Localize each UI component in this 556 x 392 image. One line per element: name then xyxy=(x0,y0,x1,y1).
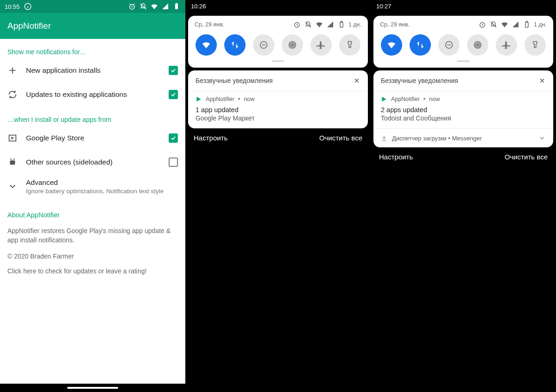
shade-configure-button[interactable]: Настроить xyxy=(194,134,227,142)
svg-point-53 xyxy=(477,44,479,46)
pref-label: Other sources (sideloaded) xyxy=(26,158,169,166)
app-folder[interactable] xyxy=(335,196,360,221)
calendar-widget[interactable]: 31 ПТ xyxy=(196,161,219,184)
notification-collapsed[interactable]: Диспетчер загрузки • Messenger xyxy=(373,128,553,147)
app-folder[interactable]: Система xyxy=(521,250,546,275)
qs-airplane-tile[interactable] xyxy=(496,34,517,56)
more-vert-icon[interactable] xyxy=(312,198,321,206)
pref-play-store[interactable]: Google Play Store xyxy=(7,126,178,150)
notification[interactable]: AppNotifier • now 1 app updated Google P… xyxy=(188,91,368,128)
qs-date[interactable]: Ср, 29 янв. xyxy=(380,21,410,28)
info-icon xyxy=(24,2,32,11)
checkbox-circle-icon[interactable] xyxy=(201,257,209,265)
notification[interactable]: AppNotifier • now 2 apps updated Todoist… xyxy=(373,91,553,128)
todo-item[interactable]: Почистить собаке зубы ⟳ Нотка xyxy=(381,225,512,251)
pref-advanced[interactable]: Advanced Ignore battery optimizations, N… xyxy=(7,174,178,198)
alarm-icon[interactable] xyxy=(293,20,301,29)
shade-clear-all-button[interactable]: Очистить все xyxy=(319,134,362,142)
app-folder[interactable] xyxy=(287,337,311,361)
app-folder[interactable] xyxy=(245,337,269,361)
alarm-icon xyxy=(128,2,136,11)
signal-icon xyxy=(512,20,520,29)
chevron-down-icon[interactable] xyxy=(538,134,546,142)
checkbox-circle-icon[interactable] xyxy=(201,231,209,240)
qs-flashlight-tile[interactable] xyxy=(524,34,546,56)
svg-rect-50 xyxy=(526,21,527,22)
checkbox-circle-icon[interactable] xyxy=(386,257,395,265)
checkbox-checked[interactable] xyxy=(169,133,178,143)
shade-configure-button[interactable]: Настроить xyxy=(379,153,413,161)
svg-point-44 xyxy=(536,373,538,375)
app-folder[interactable] xyxy=(521,196,546,221)
todo-item[interactable]: Почистить собаке зубы ⟳ Нотка xyxy=(196,225,326,251)
qs-hotspot-tile[interactable] xyxy=(467,34,488,56)
app-folder[interactable] xyxy=(329,337,353,361)
battery-icon xyxy=(337,20,346,29)
app-folder[interactable] xyxy=(472,337,496,361)
todoist-icon xyxy=(201,198,209,206)
about-update-link[interactable]: Click here to check for updates or leave… xyxy=(7,267,178,275)
checkbox-checked[interactable] xyxy=(169,66,178,75)
status-bar: 10:26 xyxy=(185,0,371,12)
assistant-icon[interactable] xyxy=(345,371,355,381)
close-icon[interactable] xyxy=(538,77,546,84)
checkbox-unchecked[interactable] xyxy=(169,158,178,167)
phone-app-icon[interactable] xyxy=(203,337,227,361)
qs-drag-handle[interactable] xyxy=(457,60,470,62)
qs-drag-handle[interactable] xyxy=(272,60,284,62)
pref-other-sources[interactable]: Other sources (sideloaded) xyxy=(7,150,178,174)
quick-settings-panel[interactable]: Ср, 29 янв. 1 дн. xyxy=(373,16,553,68)
app-folder[interactable] xyxy=(514,337,538,361)
svg-rect-27 xyxy=(340,22,343,27)
qs-flashlight-tile[interactable] xyxy=(339,34,360,56)
qs-wifi-tile[interactable] xyxy=(196,34,217,56)
app-folder[interactable]: Система xyxy=(335,250,360,275)
about-title: About AppNotifier xyxy=(7,211,178,219)
close-icon[interactable] xyxy=(353,77,360,84)
pref-updates[interactable]: Updates to existing applications xyxy=(7,82,178,107)
qs-wifi-tile[interactable] xyxy=(381,34,402,56)
checkbox-circle-icon[interactable] xyxy=(386,231,395,240)
svg-point-20 xyxy=(203,373,210,379)
more-vert-icon[interactable] xyxy=(498,198,506,206)
checkbox-checked[interactable] xyxy=(169,90,178,99)
todoist-widget[interactable]: Следующие 7 д… Сегодня ср 29 янв Почисти… xyxy=(381,193,512,275)
notif-source-time: now xyxy=(244,96,254,102)
app-title: AppNotifier xyxy=(7,21,51,31)
notif-source-app: AppNotifier xyxy=(206,96,234,102)
qs-dnd-tile[interactable] xyxy=(438,34,460,56)
svg-point-41 xyxy=(501,203,502,204)
shade-clear-all-button[interactable]: Очистить все xyxy=(505,153,548,161)
about-copyright: © 2020 Braden Farmer xyxy=(7,253,178,260)
qs-date[interactable]: Ср, 29 янв. xyxy=(195,21,224,28)
todo-item[interactable]: Shutdown computer after downloads comple… xyxy=(196,251,326,275)
notif-title: 1 app updated xyxy=(196,106,360,114)
app-folder[interactable] xyxy=(430,337,455,361)
svg-point-17 xyxy=(316,199,317,200)
play-store-icon xyxy=(381,96,387,102)
quick-settings-panel[interactable]: Ср, 29 янв. 1 дн. xyxy=(188,16,368,68)
todoist-widget[interactable]: Следующие 7 д… Сегодня ср 29 янв Почисти… xyxy=(196,193,326,275)
svg-rect-28 xyxy=(341,21,342,22)
screen-shade-2apps: Следующие 7 д… Сегодня ср 29 янв Почисти… xyxy=(371,0,556,392)
app-bar: AppNotifier xyxy=(0,13,185,39)
svg-rect-36 xyxy=(388,199,393,205)
google-search-bar[interactable] xyxy=(195,365,361,386)
qs-airplane-tile[interactable] xyxy=(310,34,332,56)
bell-off-icon xyxy=(489,20,498,29)
phone-app-icon[interactable] xyxy=(389,337,413,361)
status-time: 10:26 xyxy=(191,3,206,10)
assistant-icon[interactable] xyxy=(530,371,540,381)
calendar-event[interactable]: Бассейн 11:00 ул. Свердлова, 49А, Яросла… xyxy=(221,161,360,184)
qs-data-tile[interactable] xyxy=(410,34,431,56)
qs-data-tile[interactable] xyxy=(224,34,246,56)
pref-new-installs[interactable]: New application installs xyxy=(7,58,178,82)
plus-icon[interactable] xyxy=(298,197,308,207)
todo-item[interactable]: Shutdown computer after downloads comple… xyxy=(381,251,512,275)
plus-icon[interactable] xyxy=(484,197,493,207)
qs-dnd-tile[interactable] xyxy=(253,34,274,56)
alarm-icon[interactable] xyxy=(478,20,486,29)
google-icon xyxy=(201,371,211,381)
nav-bar[interactable] xyxy=(0,384,185,392)
qs-hotspot-tile[interactable] xyxy=(282,34,303,56)
